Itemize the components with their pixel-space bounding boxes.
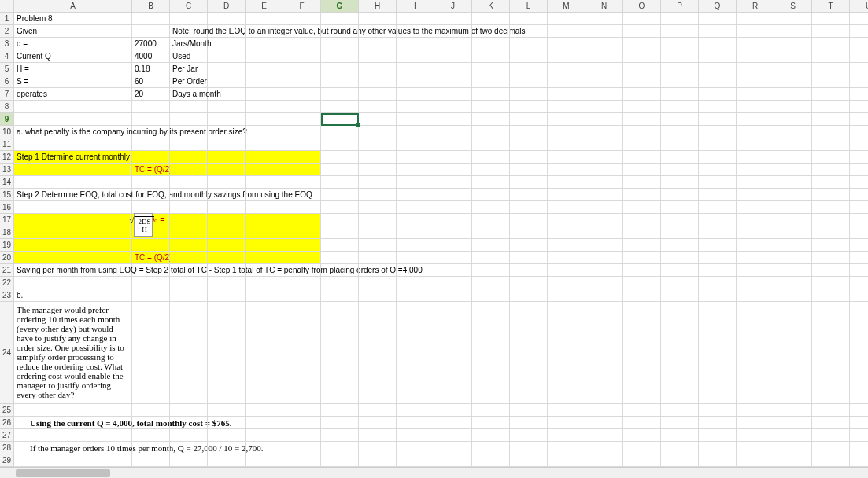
cell-M11[interactable]: [548, 138, 585, 151]
row-header-8[interactable]: 8: [0, 101, 14, 113]
cell-Q14[interactable]: [699, 176, 737, 189]
cell-N21[interactable]: [585, 264, 623, 277]
cell-O3[interactable]: [623, 38, 661, 50]
cell-C28[interactable]: [170, 442, 208, 454]
cell-Q3[interactable]: [699, 38, 737, 50]
cell-E12[interactable]: [246, 151, 283, 164]
cell-B13[interactable]: TC = (Q/2)H + (D/Q)S =: [132, 164, 170, 176]
cell-B5[interactable]: 0.18: [132, 63, 170, 75]
cell-L6[interactable]: [510, 75, 548, 88]
cell-C7[interactable]: Days a month: [170, 88, 208, 101]
cell-G29[interactable]: [321, 454, 359, 467]
cell-Q18[interactable]: [699, 226, 737, 239]
cell-T16[interactable]: [812, 201, 850, 214]
cell-T7[interactable]: [812, 88, 850, 101]
cell-T18[interactable]: [812, 226, 850, 239]
cell-I26[interactable]: [397, 417, 434, 429]
cell-R6[interactable]: [737, 75, 774, 88]
cell-I27[interactable]: [397, 429, 434, 442]
cell-F24[interactable]: [283, 302, 321, 404]
cell-P3[interactable]: [661, 38, 699, 50]
cell-R3[interactable]: [737, 38, 774, 50]
cell-P22[interactable]: [661, 277, 699, 289]
cell-T15[interactable]: [812, 189, 850, 201]
cell-L13[interactable]: [510, 164, 548, 176]
cell-U26[interactable]: [850, 417, 868, 429]
col-header-C[interactable]: C: [170, 0, 208, 13]
cell-N2[interactable]: [585, 25, 623, 38]
cell-I2[interactable]: [397, 25, 434, 38]
cell-B27[interactable]: [132, 429, 170, 442]
cell-M28[interactable]: [548, 442, 585, 454]
cell-P8[interactable]: [661, 101, 699, 113]
cell-O27[interactable]: [623, 429, 661, 442]
cell-T20[interactable]: [812, 252, 850, 264]
row-header-21[interactable]: 21: [0, 264, 14, 277]
cell-U23[interactable]: [850, 289, 868, 302]
col-header-H[interactable]: H: [359, 0, 397, 13]
row-header-1[interactable]: 1: [0, 13, 14, 25]
cell-K18[interactable]: [472, 226, 510, 239]
cell-A18[interactable]: [14, 226, 132, 239]
cell-P23[interactable]: [661, 289, 699, 302]
cell-N19[interactable]: [585, 239, 623, 252]
cell-I4[interactable]: [397, 50, 434, 63]
cell-K29[interactable]: [472, 454, 510, 467]
cell-D14[interactable]: [208, 176, 246, 189]
cell-L2[interactable]: [510, 25, 548, 38]
cell-F2[interactable]: [283, 25, 321, 38]
cell-D28[interactable]: [208, 442, 246, 454]
cell-T22[interactable]: [812, 277, 850, 289]
cell-J15[interactable]: [434, 189, 472, 201]
cell-T2[interactable]: [812, 25, 850, 38]
cell-N29[interactable]: [585, 454, 623, 467]
cell-M20[interactable]: [548, 252, 585, 264]
cell-S18[interactable]: [774, 226, 812, 239]
cell-I21[interactable]: [397, 264, 434, 277]
cell-S4[interactable]: [774, 50, 812, 63]
cell-T23[interactable]: [812, 289, 850, 302]
cell-Q17[interactable]: [699, 214, 737, 226]
cell-D15[interactable]: [208, 189, 246, 201]
cell-K17[interactable]: [472, 214, 510, 226]
cell-U4[interactable]: [850, 50, 868, 63]
cell-M4[interactable]: [548, 50, 585, 63]
cell-H13[interactable]: [359, 164, 397, 176]
cell-T8[interactable]: [812, 101, 850, 113]
cell-H27[interactable]: [359, 429, 397, 442]
cell-B14[interactable]: [132, 176, 170, 189]
cell-I15[interactable]: [397, 189, 434, 201]
row-header-26[interactable]: 26: [0, 417, 14, 429]
cell-T28[interactable]: [812, 442, 850, 454]
cell-E8[interactable]: [246, 101, 283, 113]
cell-B23[interactable]: [132, 289, 170, 302]
cell-R12[interactable]: [737, 151, 774, 164]
cell-R15[interactable]: [737, 189, 774, 201]
cell-M9[interactable]: [548, 113, 585, 126]
cell-J11[interactable]: [434, 138, 472, 151]
col-header-U[interactable]: U: [850, 0, 868, 13]
cell-C2[interactable]: Note: round the EOQ to an integer value,…: [170, 25, 208, 38]
cell-R21[interactable]: [737, 264, 774, 277]
cell-P10[interactable]: [661, 126, 699, 138]
cell-I24[interactable]: [397, 302, 434, 404]
cell-D22[interactable]: [208, 277, 246, 289]
cell-L15[interactable]: [510, 189, 548, 201]
cell-F8[interactable]: [283, 101, 321, 113]
cell-N26[interactable]: [585, 417, 623, 429]
cell-S26[interactable]: [774, 417, 812, 429]
cell-H28[interactable]: [359, 442, 397, 454]
cell-L29[interactable]: [510, 454, 548, 467]
cell-S16[interactable]: [774, 201, 812, 214]
cell-M24[interactable]: [548, 302, 585, 404]
cell-U17[interactable]: [850, 214, 868, 226]
cell-G12[interactable]: [321, 151, 359, 164]
cell-L19[interactable]: [510, 239, 548, 252]
cell-P11[interactable]: [661, 138, 699, 151]
cell-I6[interactable]: [397, 75, 434, 88]
cell-N14[interactable]: [585, 176, 623, 189]
cell-Q20[interactable]: [699, 252, 737, 264]
row-header-15[interactable]: 15: [0, 189, 14, 201]
cell-A25[interactable]: [14, 404, 132, 417]
cell-S6[interactable]: [774, 75, 812, 88]
